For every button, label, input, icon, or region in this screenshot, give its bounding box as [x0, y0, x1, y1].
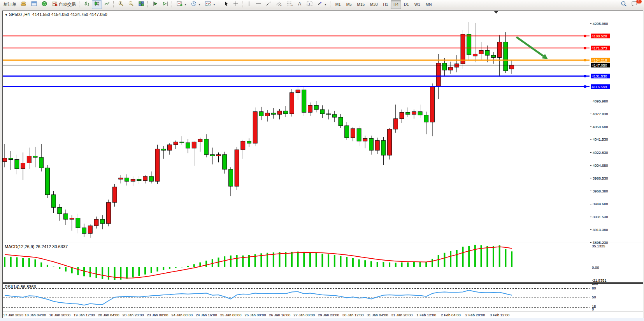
- search-button[interactable]: [619, 0, 629, 9]
- toolbar-separator: [113, 1, 115, 8]
- timeframe-m1-button[interactable]: M1: [333, 0, 344, 9]
- timeframe-m30-button[interactable]: M30: [367, 0, 380, 9]
- vertical-line-tool-button[interactable]: [245, 0, 253, 9]
- cursor-button[interactable]: [221, 0, 231, 9]
- candlestick-mode-button[interactable]: [92, 0, 102, 9]
- text-label-tool-button[interactable]: T: [304, 0, 315, 9]
- text-icon: A: [297, 1, 302, 8]
- cursor-arrow-icon: [223, 1, 229, 8]
- zoom-out-button[interactable]: [126, 0, 136, 9]
- tile-windows-button[interactable]: [136, 0, 146, 9]
- new-order-button[interactable]: 新订单: [2, 0, 18, 9]
- svg-text:3986.530: 3986.530: [593, 176, 608, 180]
- price-chart-canvas[interactable]: 4188.5284171.3734154.2184147.0504131.530…: [0, 0, 644, 321]
- auto-scroll-button[interactable]: [150, 0, 160, 9]
- svg-text:35.1325: 35.1325: [592, 244, 605, 248]
- indicators-button[interactable]: ▼: [203, 0, 218, 9]
- svg-text:26 Jan 00:00: 26 Jan 00:00: [245, 313, 266, 317]
- text-tool-button[interactable]: A: [295, 0, 304, 9]
- trendline-icon: [265, 1, 272, 8]
- green-globe-icon: [41, 1, 47, 8]
- svg-text:19 Jan 12:00: 19 Jan 12:00: [74, 313, 95, 317]
- svg-text:E: E: [280, 4, 282, 7]
- svg-text:29 Jan 23:00: 29 Jan 23:00: [318, 313, 339, 317]
- timeframe-d1-button[interactable]: D1: [401, 0, 412, 9]
- strategy-tester-button[interactable]: [39, 0, 49, 9]
- svg-text:3913.380: 3913.380: [593, 228, 608, 232]
- svg-text:30 Jan 12:00: 30 Jan 12:00: [342, 313, 364, 317]
- svg-text:18 Jan 20:00: 18 Jan 20:00: [49, 313, 70, 317]
- arrows-tool-button[interactable]: ▼: [315, 0, 329, 9]
- svg-text:26 Jan 16:00: 26 Jan 16:00: [269, 313, 290, 317]
- svg-text:100: 100: [592, 281, 598, 286]
- timeframe-h4-button[interactable]: H4: [391, 0, 401, 9]
- toolbar-separator: [242, 1, 244, 8]
- svg-text:3968.380: 3968.380: [593, 189, 608, 193]
- toolbar-separator: [172, 1, 173, 8]
- timeframe-h1-button[interactable]: H1: [380, 0, 391, 9]
- chart-symbol-overlay: ▼SP500-,H4 4141.550 4154.050 4134.750 41…: [5, 12, 107, 17]
- auto-trading-icon: [51, 1, 58, 8]
- dropdown-caret-icon: ▼: [184, 3, 187, 6]
- svg-text:23 Jan 08:00: 23 Jan 08:00: [147, 313, 168, 317]
- chart-canvas-holder: 4188.5284171.3734154.2184147.0504131.530…: [0, 0, 644, 321]
- new-chart-button[interactable]: ▼: [174, 0, 189, 9]
- timeframe-m5-button[interactable]: M5: [344, 0, 354, 9]
- svg-text:20 Jan 20:00: 20 Jan 20:00: [123, 313, 144, 317]
- dropdown-caret-icon: ▼: [213, 3, 216, 6]
- svg-text:3931.530: 3931.530: [593, 215, 608, 219]
- trendline-tool-button[interactable]: [263, 0, 274, 9]
- dropdown-caret-icon: ▼: [198, 3, 201, 6]
- timeframe-m15-button[interactable]: M15: [354, 0, 367, 9]
- notifications-button[interactable]: 1: [629, 0, 640, 9]
- svg-text:20 Jan 04:00: 20 Jan 04:00: [98, 313, 119, 317]
- horizontal-line-tool-button[interactable]: [253, 0, 263, 9]
- toolbar-separator: [330, 1, 332, 8]
- svg-text:18 Jan 04:00: 18 Jan 04:00: [25, 313, 46, 317]
- crosshair-icon: [233, 1, 239, 8]
- fibonacci-tool-button[interactable]: F: [284, 0, 295, 9]
- macd-indicator-label: MACD(12,26,9) 26.2412 30.6337: [5, 244, 68, 249]
- svg-text:4188.528: 4188.528: [592, 34, 607, 38]
- status-bar: [0, 318, 644, 321]
- line-chart-mode-button[interactable]: [102, 0, 112, 9]
- svg-text:27 Jan 08:00: 27 Jan 08:00: [293, 313, 315, 317]
- svg-text:4116.589: 4116.589: [592, 85, 607, 89]
- auto-trading-label: 自动交易: [59, 2, 76, 7]
- vertical-line-icon: [247, 1, 251, 8]
- fibonacci-icon: F: [286, 1, 293, 8]
- bar-chart-mode-button[interactable]: [82, 0, 92, 9]
- svg-text:80: 80: [592, 286, 596, 290]
- clock-icon: [191, 1, 197, 8]
- zoom-in-button[interactable]: [116, 0, 126, 9]
- auto-scroll-icon: [152, 1, 158, 8]
- svg-text:4147.050: 4147.050: [592, 63, 607, 67]
- svg-text:0: 0: [592, 307, 594, 311]
- svg-text:31 Jan 20:00: 31 Jan 20:00: [391, 313, 412, 317]
- mt4-application-window: 新订单 自动交易: [0, 0, 644, 321]
- auto-trading-button[interactable]: 自动交易: [49, 0, 78, 9]
- market-watch-button[interactable]: [18, 0, 29, 9]
- text-label-icon: T: [306, 1, 313, 8]
- svg-text:31 Jan 04:00: 31 Jan 04:00: [367, 313, 388, 317]
- data-window-button[interactable]: [29, 0, 39, 9]
- svg-text:4131.530: 4131.530: [592, 74, 607, 78]
- timeframe-w1-button[interactable]: W1: [412, 0, 423, 9]
- line-chart-icon: [104, 1, 110, 8]
- new-chart-icon: [176, 1, 183, 8]
- one-click-trading-toggle-icon[interactable]: ▼: [5, 13, 8, 17]
- horizontal-line-icon: [255, 1, 261, 8]
- svg-text:0.00: 0.00: [592, 265, 599, 270]
- timeframe-mn-button[interactable]: MN: [423, 0, 435, 9]
- svg-text:4154.218: 4154.218: [592, 58, 607, 62]
- channel-tool-button[interactable]: E: [274, 0, 284, 9]
- data-window-icon: [31, 1, 37, 8]
- chart-shift-button[interactable]: [160, 0, 170, 9]
- crosshair-button[interactable]: [231, 0, 241, 9]
- svg-text:A: A: [298, 1, 301, 7]
- notification-count-badge: 1: [636, 0, 642, 4]
- svg-text:4077.830: 4077.830: [593, 112, 608, 116]
- svg-text:3 Feb 12:00: 3 Feb 12:00: [490, 313, 510, 317]
- periods-button[interactable]: ▼: [189, 0, 203, 9]
- arrows-shapes-icon: [317, 1, 323, 8]
